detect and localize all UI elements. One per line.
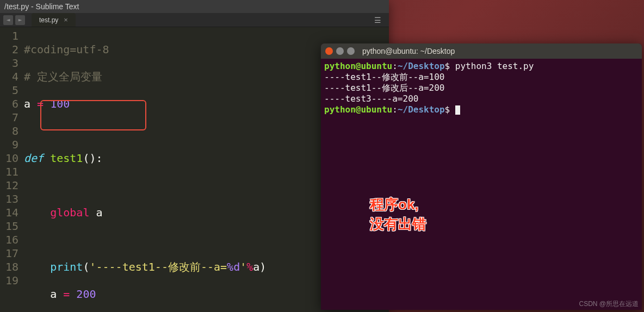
nav-back-button[interactable]: ◄	[3, 15, 13, 25]
sublime-toolbar: ◄ ► test.py × ☰	[0, 13, 389, 27]
line-numbers: 12345678910111213141516171819	[0, 29, 24, 312]
close-icon[interactable]: ×	[64, 16, 68, 24]
window-title: /test.py - Sublime Text	[4, 2, 79, 11]
tab-label: test.py	[39, 16, 58, 24]
tab-bar: test.py ×	[32, 13, 370, 27]
window-minimize-icon[interactable]	[336, 47, 344, 55]
terminal-output: ----test1--修改后--a=200	[324, 83, 639, 93]
watermark: CSDN @所思在远道	[579, 299, 639, 309]
terminal-title: python@ubuntu: ~/Desktop	[362, 47, 455, 55]
tab-testpy[interactable]: test.py ×	[32, 13, 76, 27]
terminal-body[interactable]: python@ubuntu:~/Desktop$ python3 test.py…	[321, 59, 642, 310]
window-close-icon[interactable]	[325, 47, 333, 55]
sublime-titlebar[interactable]: /test.py - Sublime Text	[0, 0, 389, 13]
hamburger-icon[interactable]: ☰	[370, 16, 386, 24]
nav-forward-button[interactable]: ►	[15, 15, 25, 25]
terminal-output: ----test1--修改前--a=100	[324, 72, 639, 83]
terminal-output: ----test3----a=200	[324, 93, 639, 104]
window-maximize-icon[interactable]	[347, 47, 355, 55]
terminal-titlebar[interactable]: python@ubuntu: ~/Desktop	[321, 43, 642, 59]
annotation-text: 程序ok, 没有出错	[370, 195, 426, 234]
cursor-icon	[455, 105, 460, 115]
terminal-window: python@ubuntu: ~/Desktop python@ubuntu:~…	[321, 43, 642, 310]
